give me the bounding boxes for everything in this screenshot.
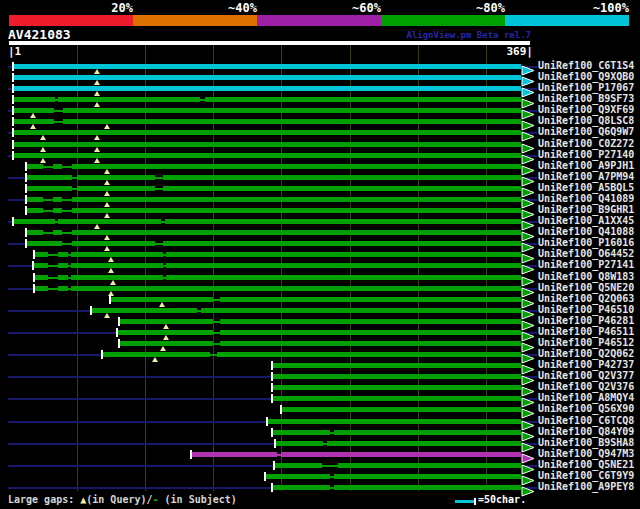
alignment-bar-segment[interactable]: [334, 485, 521, 490]
subject-label[interactable]: UniRef100_Q2Q062: [538, 348, 634, 359]
alignment-bar-segment[interactable]: [72, 164, 521, 169]
bar-gap-line[interactable]: [155, 243, 163, 245]
subject-label[interactable]: UniRef100_B9GHR1: [538, 204, 634, 215]
alignment-bar-segment[interactable]: [72, 241, 155, 246]
subject-label[interactable]: UniRef100_Q56X90: [538, 403, 634, 414]
alignment-bar-segment[interactable]: [27, 241, 62, 246]
subject-label[interactable]: UniRef100_Q41089: [538, 193, 634, 204]
bar-gap-line[interactable]: [54, 110, 63, 112]
alignment-bar-segment[interactable]: [53, 208, 62, 213]
subject-label[interactable]: UniRef100_C0Z272: [538, 138, 634, 149]
bar-gap-line[interactable]: [43, 232, 53, 234]
alignment-bar-segment[interactable]: [34, 263, 48, 268]
alignment-bar-segment[interactable]: [201, 308, 521, 313]
alignment-bar-segment[interactable]: [220, 297, 521, 302]
alignment-bar-segment[interactable]: [53, 197, 62, 202]
subject-label[interactable]: UniRef100_B9SF73: [538, 93, 634, 104]
alignment-bar-segment[interactable]: [282, 407, 521, 412]
alignment-bar-segment[interactable]: [166, 252, 521, 257]
alignment-bar-segment[interactable]: [14, 142, 521, 147]
alignment-bar-segment[interactable]: [27, 175, 72, 180]
subject-label[interactable]: UniRef100_Q6Q9W7: [538, 126, 634, 137]
alignment-bar-segment[interactable]: [220, 341, 521, 346]
alignment-bar-segment[interactable]: [71, 263, 163, 268]
alignment-bar-segment[interactable]: [14, 64, 521, 69]
alignment-bar-segment[interactable]: [14, 86, 521, 91]
alignment-bar-segment[interactable]: [166, 275, 521, 280]
subject-label[interactable]: UniRef100_P42737: [538, 359, 634, 370]
alignment-bar-segment[interactable]: [273, 385, 521, 390]
bar-gap-line[interactable]: [213, 332, 220, 334]
subject-label[interactable]: UniRef100_Q9XQB0: [538, 71, 634, 82]
bar-gap-line[interactable]: [213, 299, 220, 301]
subject-label[interactable]: UniRef100_Q8W183: [538, 271, 634, 282]
subject-label[interactable]: UniRef100_Q2V376: [538, 381, 634, 392]
subject-label[interactable]: UniRef100_P27141: [538, 259, 634, 270]
subject-label[interactable]: UniRef100_A1XX45: [538, 215, 634, 226]
subject-label[interactable]: UniRef100_P27140: [538, 149, 634, 160]
subject-label[interactable]: UniRef100_Q9XF69: [538, 104, 634, 115]
subject-label[interactable]: UniRef100_Q2Q063: [538, 293, 634, 304]
alignment-bar-segment[interactable]: [72, 230, 521, 235]
bar-gap-line[interactable]: [48, 265, 58, 267]
subject-label[interactable]: UniRef100_C6TCQ8: [538, 415, 634, 426]
alignment-bar-segment[interactable]: [165, 219, 521, 224]
subject-label[interactable]: UniRef100_B9SHA8: [538, 437, 634, 448]
bar-gap-line[interactable]: [62, 199, 72, 201]
alignment-bar-segment[interactable]: [71, 252, 163, 257]
subject-label[interactable]: UniRef100_A5BQL5: [538, 182, 634, 193]
alignment-bar-segment[interactable]: [35, 252, 48, 257]
alignment-bar-segment[interactable]: [58, 219, 161, 224]
alignment-bar-segment[interactable]: [27, 197, 43, 202]
alignment-bar-segment[interactable]: [205, 97, 521, 102]
bar-gap-line[interactable]: [213, 321, 220, 323]
subject-label[interactable]: UniRef100_A9PJH1: [538, 160, 634, 171]
subject-label[interactable]: UniRef100_Q5NE21: [538, 459, 634, 470]
subject-label[interactable]: UniRef100_P46281: [538, 315, 634, 326]
alignment-bar-segment[interactable]: [273, 485, 330, 490]
subject-label[interactable]: UniRef100_Q8LSC8: [538, 115, 634, 126]
bar-gap-line[interactable]: [62, 232, 72, 234]
alignment-bar-segment[interactable]: [266, 474, 330, 479]
bar-gap-line[interactable]: [48, 277, 58, 279]
subject-label[interactable]: UniRef100_P46512: [538, 337, 634, 348]
subject-label[interactable]: UniRef100_P16016: [538, 237, 634, 248]
alignment-bar-segment[interactable]: [72, 208, 521, 213]
alignment-bar-segment[interactable]: [334, 430, 521, 435]
bar-gap-line[interactable]: [210, 354, 217, 356]
bar-gap-line[interactable]: [48, 254, 58, 256]
alignment-bar-segment[interactable]: [53, 230, 62, 235]
subject-label[interactable]: UniRef100_O64452: [538, 248, 634, 259]
alignment-bar-segment[interactable]: [268, 419, 521, 424]
alignment-bar-segment[interactable]: [192, 452, 277, 457]
alignment-bar-segment[interactable]: [72, 197, 521, 202]
bar-gap-line[interactable]: [155, 177, 163, 179]
alignment-bar-segment[interactable]: [58, 252, 68, 257]
bar-gap-line[interactable]: [43, 166, 53, 168]
alignment-bar-segment[interactable]: [273, 374, 521, 379]
alignment-bar-segment[interactable]: [14, 153, 521, 158]
alignment-bar-segment[interactable]: [273, 430, 330, 435]
alignment-bar-segment[interactable]: [217, 352, 521, 357]
alignment-bar-segment[interactable]: [14, 75, 521, 80]
bar-gap-line[interactable]: [62, 210, 72, 212]
alignment-bar-segment[interactable]: [338, 463, 521, 468]
alignment-bar-segment[interactable]: [327, 441, 521, 446]
alignment-bar-segment[interactable]: [71, 275, 163, 280]
subject-label[interactable]: UniRef100_C6T9Y9: [538, 470, 634, 481]
alignment-bar-segment[interactable]: [35, 275, 48, 280]
alignment-bar-segment[interactable]: [27, 230, 43, 235]
alignment-bar-segment[interactable]: [35, 286, 48, 291]
alignment-bar-segment[interactable]: [63, 119, 521, 124]
alignment-bar-segment[interactable]: [334, 474, 521, 479]
alignment-bar-segment[interactable]: [163, 175, 521, 180]
bar-gap-line[interactable]: [213, 343, 220, 345]
bar-gap-line[interactable]: [62, 243, 72, 245]
alignment-bar-segment[interactable]: [58, 263, 68, 268]
alignment-bar-segment[interactable]: [281, 452, 521, 457]
alignment-bar-segment[interactable]: [63, 108, 521, 113]
bar-gap-line[interactable]: [54, 121, 63, 123]
bar-gap-line[interactable]: [155, 188, 163, 190]
alignment-bar-segment[interactable]: [220, 330, 521, 335]
alignment-bar-segment[interactable]: [58, 275, 68, 280]
